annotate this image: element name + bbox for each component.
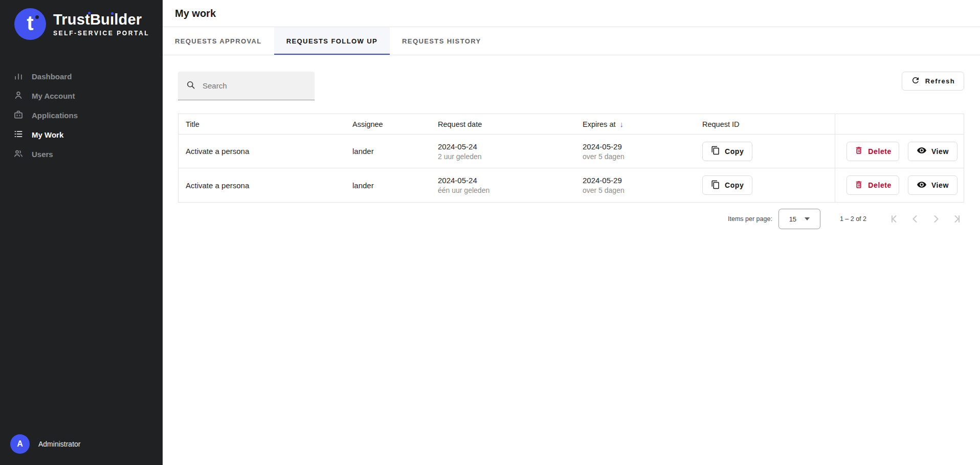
copy-label: Copy — [725, 147, 744, 156]
cell-expires-relative: over 5 dagen — [583, 152, 695, 161]
trash-icon — [854, 180, 863, 191]
cell-request-date: 2024-05-24 één uur geleden — [431, 176, 575, 194]
avatar: A — [10, 434, 30, 454]
trustbuilder-logo-icon: t — [14, 8, 46, 40]
eye-icon — [917, 180, 927, 191]
bar-chart-icon — [13, 71, 24, 82]
app-window: t TrustBuılder SELF-SERVICE PORTAL Dashb… — [0, 0, 980, 465]
column-header-actions — [835, 114, 964, 134]
sidebar: t TrustBuılder SELF-SERVICE PORTAL Dashb… — [0, 0, 163, 465]
search-input[interactable] — [203, 81, 307, 90]
page-header: My work — [163, 0, 980, 27]
refresh-button[interactable]: Refresh — [902, 72, 964, 91]
view-label: View — [931, 147, 949, 156]
cell-assignee: lander — [345, 147, 431, 156]
last-page-icon[interactable] — [951, 213, 963, 225]
sidebar-item-label: My Account — [32, 92, 75, 100]
page-range-label: 1 – 2 of 2 — [840, 215, 866, 223]
sidebar-item-users[interactable]: Users — [0, 144, 163, 164]
view-button[interactable]: View — [908, 175, 957, 195]
cell-request-date-relative: één uur geleden — [438, 186, 575, 194]
person-icon — [13, 90, 24, 102]
cell-expires-at: 2024-05-29 over 5 dagen — [575, 142, 695, 161]
cell-request-date: 2024-05-24 2 uur geleden — [431, 142, 575, 161]
trash-icon — [854, 146, 863, 157]
column-header-title[interactable]: Title — [179, 120, 345, 128]
tab-requests-approval[interactable]: REQUESTS APPROVAL — [163, 27, 274, 55]
view-label: View — [931, 181, 949, 189]
brand-subtitle: SELF-SERVICE PORTAL — [53, 30, 149, 37]
people-icon — [13, 148, 24, 160]
user-panel[interactable]: A Administrator — [0, 434, 163, 465]
first-page-icon[interactable] — [888, 213, 900, 225]
copy-button[interactable]: Copy — [702, 175, 752, 195]
table-header-row: Title Assignee Request date Expires at↓ … — [179, 114, 964, 135]
copy-icon — [711, 146, 720, 157]
column-header-assignee[interactable]: Assignee — [345, 120, 431, 128]
sidebar-item-my-work[interactable]: My Work — [0, 125, 163, 144]
tab-requests-follow-up[interactable]: REQUESTS FOLLOW UP — [274, 27, 390, 55]
sidebar-item-label: Dashboard — [32, 72, 72, 81]
cell-request-date-relative: 2 uur geleden — [438, 152, 575, 161]
user-name: Administrator — [38, 440, 80, 448]
sidebar-item-my-account[interactable]: My Account — [0, 86, 163, 105]
paginator: Items per page: 15 1 – 2 of 2 — [178, 207, 964, 231]
column-header-expires-at[interactable]: Expires at↓ — [575, 120, 695, 128]
pagination-buttons — [888, 213, 963, 225]
cell-expires-at: 2024-05-29 over 5 dagen — [575, 176, 695, 194]
main-area: My work REQUESTS APPROVAL REQUESTS FOLLO… — [163, 0, 980, 465]
tab-bar: REQUESTS APPROVAL REQUESTS FOLLOW UP REQ… — [163, 27, 980, 55]
cell-actions: Delete View — [835, 168, 964, 202]
sidebar-item-dashboard[interactable]: Dashboard — [0, 67, 163, 86]
brand-title: TrustBuılder — [53, 11, 149, 28]
cell-assignee: lander — [345, 181, 431, 190]
requests-table: Title Assignee Request date Expires at↓ … — [178, 114, 964, 203]
brand: t TrustBuılder SELF-SERVICE PORTAL — [0, 0, 163, 45]
sidebar-item-applications[interactable]: Applications — [0, 105, 163, 125]
sidebar-item-label: Users — [32, 150, 53, 159]
cell-title: Activate a persona — [179, 147, 345, 156]
sidebar-item-label: My Work — [32, 130, 63, 139]
list-icon — [13, 129, 24, 141]
refresh-label: Refresh — [925, 77, 955, 85]
delete-button[interactable]: Delete — [847, 142, 899, 161]
logo-letter: t — [27, 13, 33, 33]
sidebar-nav: Dashboard My Account Applications My Wor… — [0, 67, 163, 164]
toolbar: Refresh — [178, 72, 964, 100]
sort-desc-arrow-icon[interactable]: ↓ — [619, 120, 623, 128]
page-title: My work — [175, 8, 216, 19]
dropdown-arrow-icon — [805, 217, 810, 220]
delete-button[interactable]: Delete — [847, 175, 899, 195]
cell-request-id: Copy — [695, 175, 835, 195]
items-per-page-label: Items per page: — [728, 215, 772, 223]
copy-icon — [711, 180, 720, 191]
eye-icon — [917, 145, 927, 157]
items-per-page-select[interactable]: 15 — [778, 209, 820, 229]
cell-actions: Delete View — [835, 135, 964, 168]
refresh-icon — [911, 76, 920, 86]
column-header-request-id[interactable]: Request ID — [695, 120, 835, 128]
cell-title: Activate a persona — [179, 181, 345, 190]
content: Refresh Title Assignee Request date Expi… — [163, 55, 980, 231]
table-row: Activate a persona lander 2024-05-24 één… — [179, 168, 964, 202]
page-size-value: 15 — [789, 215, 796, 223]
briefcase-icon — [13, 109, 24, 121]
delete-label: Delete — [868, 181, 892, 189]
next-page-icon[interactable] — [930, 213, 942, 225]
table-row: Activate a persona lander 2024-05-24 2 u… — [179, 135, 964, 168]
delete-label: Delete — [868, 147, 892, 156]
sidebar-item-label: Applications — [32, 111, 78, 120]
column-header-request-date[interactable]: Request date — [431, 120, 575, 128]
brand-text: TrustBuılder SELF-SERVICE PORTAL — [53, 11, 149, 37]
cell-request-id: Copy — [695, 142, 835, 161]
prev-page-icon[interactable] — [909, 213, 921, 225]
copy-label: Copy — [725, 181, 744, 189]
tab-requests-history[interactable]: REQUESTS HISTORY — [390, 27, 494, 55]
view-button[interactable]: View — [908, 142, 957, 161]
search-icon — [186, 80, 196, 92]
cell-expires-relative: over 5 dagen — [583, 186, 695, 194]
copy-button[interactable]: Copy — [702, 142, 752, 161]
search-field[interactable] — [178, 72, 315, 100]
